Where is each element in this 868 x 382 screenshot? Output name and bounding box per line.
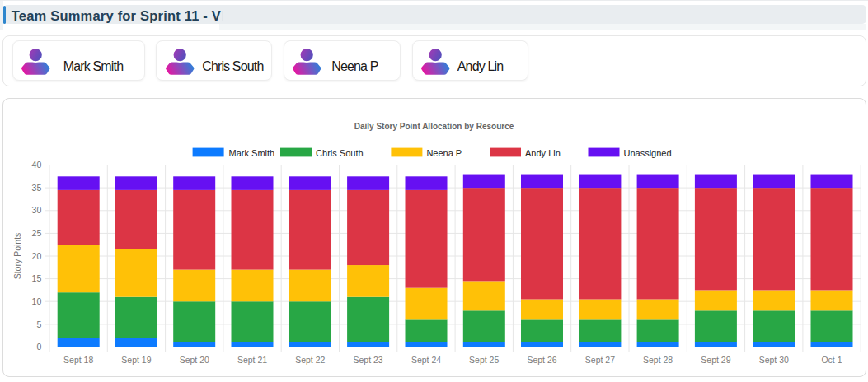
svg-text:Neena P: Neena P: [426, 148, 462, 158]
svg-text:30: 30: [32, 205, 42, 215]
svg-text:Oct 1: Oct 1: [821, 355, 842, 365]
svg-text:Sept 30: Sept 30: [759, 355, 789, 365]
svg-text:Sept 23: Sept 23: [353, 355, 382, 365]
svg-text:Sept 27: Sept 27: [585, 355, 615, 365]
svg-text:Sept 26: Sept 26: [527, 355, 556, 365]
svg-text:35: 35: [32, 183, 42, 193]
svg-text:Sept 28: Sept 28: [643, 355, 673, 365]
svg-text:10: 10: [32, 296, 42, 306]
svg-text:25: 25: [32, 228, 42, 238]
svg-text:20: 20: [32, 251, 42, 261]
svg-text:0: 0: [36, 342, 41, 352]
svg-text:Story Points: Story Points: [12, 233, 22, 280]
svg-text:Sept 18: Sept 18: [63, 355, 93, 365]
svg-text:Sept 21: Sept 21: [237, 355, 267, 365]
svg-text:Sept 22: Sept 22: [295, 355, 325, 365]
svg-text:Andy Lin: Andy Lin: [525, 148, 561, 158]
svg-text:5: 5: [36, 319, 41, 329]
svg-text:Mark Smith: Mark Smith: [229, 148, 275, 158]
svg-text:Sept 29: Sept 29: [701, 355, 730, 365]
svg-text:Chris South: Chris South: [316, 148, 363, 158]
svg-text:Unassigned: Unassigned: [624, 148, 672, 158]
svg-text:40: 40: [32, 160, 42, 170]
svg-text:15: 15: [32, 273, 42, 283]
svg-text:Sept 19: Sept 19: [121, 355, 151, 365]
svg-text:Sept 24: Sept 24: [411, 355, 441, 365]
svg-text:Sept 20: Sept 20: [180, 355, 209, 365]
svg-text:Sept 25: Sept 25: [469, 355, 499, 365]
